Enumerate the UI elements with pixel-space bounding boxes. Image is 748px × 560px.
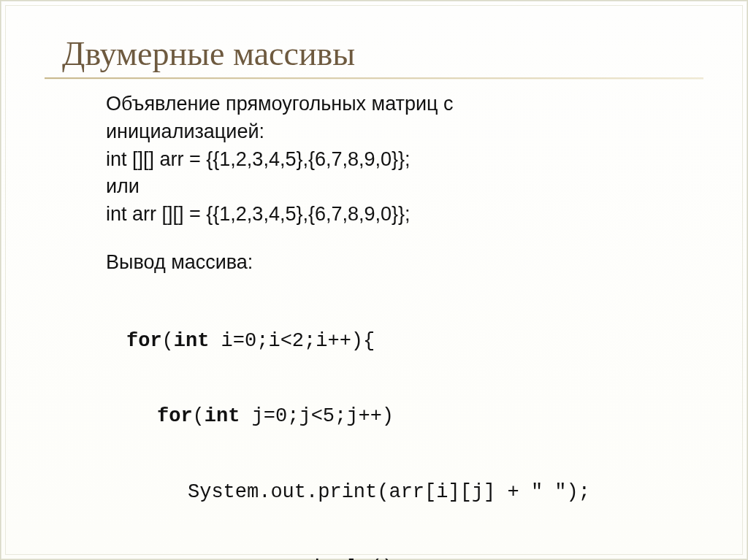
code-line-1: for(int i=0;i<2;i++){ — [106, 329, 674, 354]
slide-title: Двумерные массивы — [62, 34, 703, 73]
spacer — [106, 230, 674, 250]
code-text: ( — [193, 405, 205, 427]
code-line-2: for(int j=0;j<5;j++) — [106, 404, 674, 429]
code-line-4: System.out.println(); — [106, 556, 674, 560]
keyword-int: int — [205, 405, 240, 427]
intro-line-2: инициализацией: — [106, 120, 674, 145]
code-line-3: System.out.print(arr[i][j] + " "); — [106, 480, 674, 505]
slide: Двумерные массивы Объявление прямоугольн… — [0, 0, 748, 560]
declaration-2: int arr [][] = {{1,2,3,4,5},{6,7,8,9,0}}… — [106, 202, 674, 227]
title-underline — [45, 77, 703, 79]
or-label: или — [106, 174, 674, 199]
code-text: ( — [162, 330, 174, 352]
slide-body: Объявление прямоугольных матриц с инициа… — [106, 92, 674, 560]
code-block: for(int i=0;i<2;i++){ for(int j=0;j<5;j+… — [106, 278, 674, 561]
declaration-1: int [][] arr = {{1,2,3,4,5},{6,7,8,9,0}}… — [106, 147, 674, 172]
keyword-for: for — [157, 405, 193, 427]
keyword-for: for — [126, 330, 162, 352]
code-text: j=0;j<5;j++) — [240, 405, 394, 427]
intro-line-1: Объявление прямоугольных матриц с — [106, 92, 674, 117]
keyword-int: int — [174, 330, 210, 352]
code-text: i=0;i<2;i++){ — [209, 330, 375, 352]
output-label: Вывод массива: — [106, 250, 674, 275]
